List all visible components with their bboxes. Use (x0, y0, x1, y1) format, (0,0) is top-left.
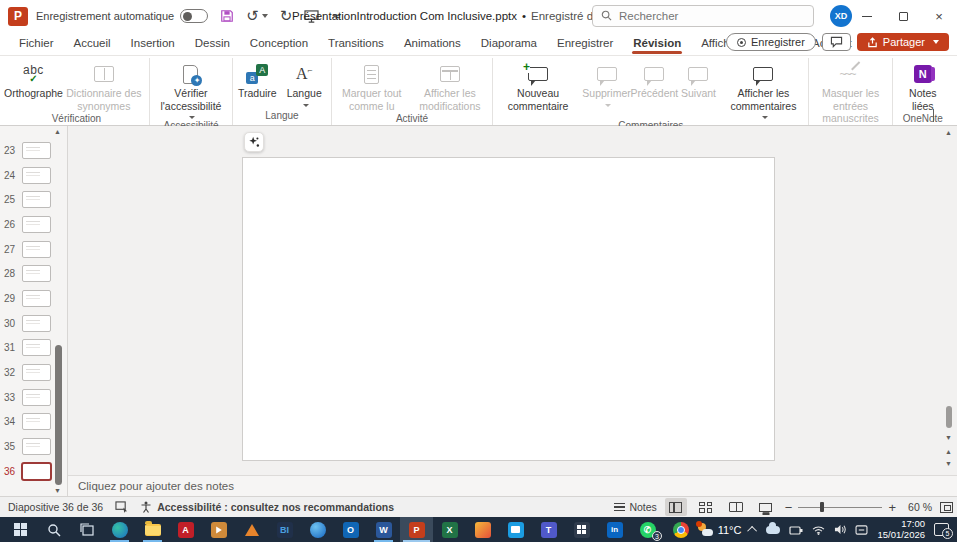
taskbar-office-app[interactable] (466, 517, 499, 542)
slideshow-view-button[interactable] (755, 498, 777, 516)
slide-counter[interactable]: Diapositive 36 de 36 (8, 501, 103, 513)
previous-slide-icon[interactable]: ▲ (945, 448, 952, 455)
scrollbar-thumb[interactable] (946, 406, 952, 428)
tab-fichier[interactable]: Fichier (10, 34, 63, 54)
slide-thumbnail-27[interactable]: 27 (0, 237, 67, 262)
onedrive-tray-icon[interactable] (766, 526, 780, 534)
slide-thumbnail-26[interactable]: 26 (0, 212, 67, 237)
tray-expand-button[interactable] (750, 526, 757, 533)
undo-icon[interactable]: ↺ (246, 7, 268, 25)
tab-accueil[interactable]: Accueil (65, 34, 120, 54)
taskbar-outlook-classic[interactable]: O (334, 517, 367, 542)
accessibility-status[interactable]: Accessibilité : consultez nos recommanda… (140, 501, 394, 513)
tab-transitions[interactable]: Transitions (319, 34, 393, 54)
thumbnails-scroll-up-icon[interactable]: ▲ (54, 128, 61, 135)
weather-widget[interactable]: 11°C (698, 523, 742, 536)
reading-view-button[interactable] (725, 498, 747, 516)
traduire-button[interactable]: aA Traduire (235, 58, 280, 101)
normal-view-button[interactable] (665, 498, 687, 516)
thumbnails-scrollbar[interactable] (55, 345, 62, 485)
nouveau-commentaire-button[interactable]: + Nouveau commentaire (495, 58, 581, 113)
share-button[interactable]: Partager (857, 33, 949, 51)
scroll-up-icon[interactable]: ▲ (945, 129, 952, 136)
tab-insertion[interactable]: Insertion (122, 34, 184, 54)
fit-slide-to-window-button[interactable] (940, 502, 953, 513)
langue-button[interactable]: A⌐ Langue (280, 58, 329, 108)
afficher-commentaires-button[interactable]: Afficher les commentaires (720, 58, 806, 120)
save-icon[interactable] (220, 9, 234, 23)
zoom-in-button[interactable]: + (888, 501, 896, 514)
search-bar[interactable] (592, 5, 814, 27)
zoom-level[interactable]: 60 % (904, 501, 932, 513)
clock[interactable]: 17:00 15/01/2026 (877, 519, 925, 541)
zoom-slider[interactable] (798, 507, 882, 508)
taskbar-powerpoint-active[interactable]: P (400, 517, 433, 542)
taskbar-chrome[interactable] (664, 517, 697, 542)
orthographe-button[interactable]: abc✓ Orthographe (6, 58, 61, 101)
tab-animations[interactable]: Animations (395, 34, 470, 54)
dictionnaire-synonymes-button[interactable]: Dictionnaire des synonymes (61, 58, 147, 113)
zoom-out-button[interactable]: − (785, 501, 793, 514)
slide-thumbnail-25[interactable]: 25 (0, 187, 67, 212)
taskbar-blue-globe-app[interactable] (301, 517, 334, 542)
taskbar-search-button[interactable] (37, 517, 70, 542)
next-slide-icon[interactable]: ▼ (945, 460, 952, 467)
comments-button[interactable] (822, 33, 851, 51)
taskbar-app-grid[interactable] (565, 517, 598, 542)
thumbnails-scroll-down-icon[interactable]: ▼ (54, 487, 61, 494)
tab-conception[interactable]: Conception (241, 34, 317, 54)
taskbar-linkedin[interactable]: in (598, 517, 631, 542)
slide-thumbnail-24[interactable]: 24 (0, 163, 67, 188)
start-button[interactable] (4, 517, 37, 542)
notes-pane[interactable]: Cliquez pour ajouter des notes (68, 475, 957, 496)
taskbar-word[interactable]: W (367, 517, 400, 542)
slide-thumbnail-29[interactable]: 29 (0, 286, 67, 311)
close-button[interactable]: × (921, 0, 957, 32)
wifi-tray-icon[interactable] (812, 525, 825, 535)
designer-sparkle-button[interactable] (244, 132, 264, 152)
tab-enregistrer[interactable]: Enregistrer (548, 34, 622, 54)
maximize-button[interactable] (885, 0, 921, 32)
scroll-down-icon[interactable]: ▼ (945, 434, 952, 441)
taskbar-teams[interactable]: T (532, 517, 565, 542)
taskbar-edge[interactable] (103, 517, 136, 542)
redo-icon[interactable]: ↻ (280, 7, 293, 25)
collapse-ribbon-button[interactable] (933, 109, 947, 119)
masquer-entrees-manuscrites-button[interactable]: ~~~ Masquer les entrées manuscrites (811, 58, 889, 133)
autosave-toggle[interactable] (180, 9, 208, 23)
taskbar-outlook-new[interactable] (499, 517, 532, 542)
usb-tray-icon[interactable] (789, 525, 803, 535)
minimize-button[interactable] (849, 0, 885, 32)
tab-revision[interactable]: Révision (624, 34, 690, 54)
taskbar-power-bi[interactable]: BI (268, 517, 301, 542)
taskbar-vlc[interactable] (235, 517, 268, 542)
marquer-tout-comme-lu-button[interactable]: Marquer tout comme lu (334, 58, 410, 113)
precedent-commentaire-button[interactable]: Précédent (632, 58, 676, 101)
taskbar-acrobat[interactable]: A (169, 517, 202, 542)
notification-center-button[interactable]: 5 (934, 523, 949, 536)
slide-sorter-view-button[interactable] (695, 498, 717, 516)
search-input[interactable] (619, 10, 789, 22)
slide-editing-surface[interactable] (242, 157, 775, 461)
notes-liees-button[interactable]: N Notes liées (895, 58, 951, 113)
suivant-commentaire-button[interactable]: Suivant (676, 58, 720, 101)
slide-thumbnail-30[interactable]: 30 (0, 311, 67, 336)
afficher-modifications-button[interactable]: Afficher les modifications (410, 58, 491, 113)
record-button[interactable]: Enregistrer (726, 33, 816, 51)
display-settings-button[interactable] (115, 501, 128, 513)
tab-dessin[interactable]: Dessin (186, 34, 239, 54)
taskbar-excel[interactable]: X (433, 517, 466, 542)
volume-tray-icon[interactable] (834, 524, 846, 535)
slide-thumbnail-23[interactable]: 23 (0, 138, 67, 163)
zoom-slider-thumb[interactable] (820, 502, 824, 512)
touch-keyboard-tray-icon[interactable] (855, 525, 868, 535)
tab-diaporama[interactable]: Diaporama (472, 34, 546, 54)
taskbar-media-player[interactable] (202, 517, 235, 542)
task-view-button[interactable] (70, 517, 103, 542)
taskbar-file-explorer[interactable] (136, 517, 169, 542)
supprimer-commentaire-button[interactable]: Supprimer (581, 58, 632, 108)
taskbar-whatsapp[interactable]: ✆3 (631, 517, 664, 542)
slide-thumbnail-28[interactable]: 28 (0, 261, 67, 286)
verifier-accessibilite-button[interactable]: ✦ Vérifier l'accessibilité (152, 58, 230, 120)
notes-toggle-button[interactable]: Notes (614, 501, 656, 513)
